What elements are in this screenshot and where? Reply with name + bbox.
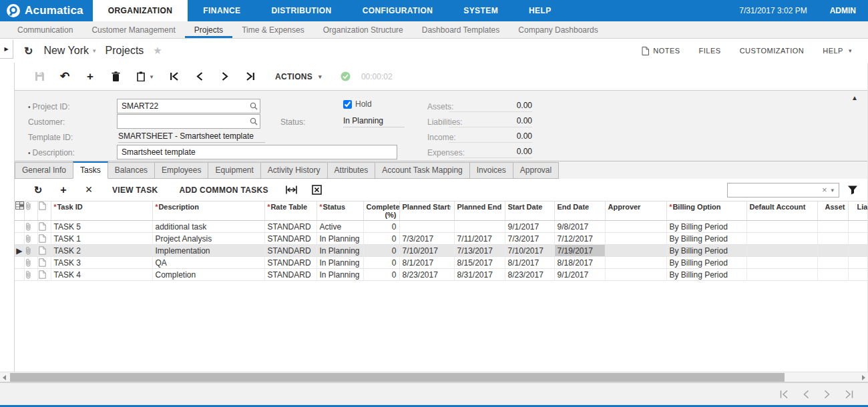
subnav-communication[interactable]: Communication — [8, 21, 82, 38]
cell-complete[interactable]: 0 — [363, 245, 399, 257]
cell-rate-table[interactable]: STANDARD — [264, 233, 316, 245]
filter-icon[interactable] — [847, 185, 858, 195]
project-id-lookup-icon[interactable] — [250, 102, 258, 110]
cell-task-id[interactable]: TASK 5 — [51, 221, 152, 233]
top-menu-finance[interactable]: FINANCE — [188, 0, 256, 21]
delete-record-button[interactable] — [103, 71, 128, 81]
cell-billing-option[interactable]: By Billing Period — [666, 221, 746, 233]
branch-selector[interactable]: New York — [43, 45, 89, 57]
cell-approver[interactable] — [605, 269, 666, 281]
cell-planned-start[interactable]: 8/1/2017 — [399, 257, 454, 269]
scroll-right-arrow[interactable] — [862, 375, 865, 380]
cell-default-account[interactable] — [746, 233, 817, 245]
tab-account-task-mapping[interactable]: Account Task Mapping — [375, 162, 470, 179]
cell-status[interactable]: In Planning — [316, 245, 363, 257]
subnav-dashboard-templates[interactable]: Dashboard Templates — [413, 21, 509, 38]
search-caret-icon[interactable]: ▾ — [831, 187, 839, 193]
cell-planned-end[interactable]: 8/15/2017 — [454, 257, 505, 269]
cell-lia[interactable] — [848, 233, 867, 245]
cell-approver[interactable] — [605, 233, 666, 245]
notes-button[interactable]: NOTES — [642, 47, 680, 55]
cell-approver[interactable] — [605, 221, 666, 233]
grid-add-row-button[interactable]: + — [51, 184, 76, 196]
customization-button[interactable]: CUSTOMIZATION — [740, 47, 805, 55]
page-last-button[interactable] — [845, 390, 853, 398]
search-clear-icon[interactable]: × — [818, 185, 831, 195]
tab-invoices[interactable]: Invoices — [469, 162, 513, 179]
cell-lia[interactable] — [848, 245, 867, 257]
column-header-end-date[interactable]: End Date — [554, 201, 605, 221]
row-note-icon[interactable] — [37, 257, 51, 269]
row-paperclip-icon[interactable] — [24, 269, 37, 281]
column-header-approver[interactable]: Approver — [605, 201, 666, 221]
tab-general-info[interactable]: General Info — [15, 162, 73, 179]
top-menu-distribution[interactable]: DISTRIBUTION — [256, 0, 347, 21]
cell-planned-start[interactable]: 7/3/2017 — [399, 233, 454, 245]
grid-search-input[interactable] — [728, 184, 818, 196]
row-note-icon[interactable] — [37, 233, 51, 245]
cell-task-id[interactable]: TASK 3 — [51, 257, 152, 269]
top-menu-configuration[interactable]: CONFIGURATION — [347, 0, 449, 21]
subnav-time-expenses[interactable]: Time & Expenses — [232, 21, 314, 38]
cell-planned-start[interactable]: 8/23/2017 — [399, 269, 454, 281]
cell-complete[interactable]: 0 — [363, 233, 399, 245]
cell-description[interactable]: additional task — [152, 221, 264, 233]
cell-asset[interactable] — [817, 269, 848, 281]
column-header-start-date[interactable]: Start Date — [505, 201, 554, 221]
cell-default-account[interactable] — [746, 245, 817, 257]
cell-description[interactable]: Project Analysis — [152, 233, 264, 245]
cell-description[interactable]: Completion — [152, 269, 264, 281]
acumatica-logo[interactable]: Acumatica — [0, 0, 93, 21]
tab-tasks[interactable]: Tasks — [73, 161, 108, 179]
help-button[interactable]: HELP ▾ — [823, 47, 852, 55]
customer-input[interactable] — [117, 114, 260, 129]
cell-approver[interactable] — [605, 245, 666, 257]
cell-planned-end[interactable]: 7/13/2017 — [454, 245, 505, 257]
task-row[interactable]: ▶TASK 2ImplementationSTANDARDIn Planning… — [15, 245, 867, 257]
top-menu-help[interactable]: HELP — [513, 0, 567, 21]
cell-start-date[interactable]: 7/3/2017 — [505, 233, 554, 245]
go-next-button[interactable] — [212, 72, 238, 81]
cell-planned-end[interactable] — [454, 221, 505, 233]
cell-default-account[interactable] — [746, 221, 817, 233]
cell-rate-table[interactable]: STANDARD — [264, 257, 316, 269]
description-input[interactable] — [117, 145, 397, 159]
cell-status[interactable]: In Planning — [316, 233, 363, 245]
cell-rate-table[interactable]: STANDARD — [264, 221, 316, 233]
fit-to-screen-icon[interactable] — [279, 185, 304, 194]
page-next-button[interactable] — [824, 390, 830, 398]
grid-settings-icon[interactable] — [15, 201, 24, 221]
cell-asset[interactable] — [817, 221, 848, 233]
row-note-icon[interactable] — [37, 269, 51, 281]
export-to-excel-icon[interactable] — [304, 185, 330, 195]
top-menu-system[interactable]: SYSTEM — [448, 0, 513, 21]
go-first-button[interactable] — [162, 72, 187, 81]
column-header-rate-table[interactable]: *Rate Table — [264, 201, 316, 221]
go-last-button[interactable] — [238, 72, 263, 81]
grid-delete-row-button[interactable]: × — [76, 183, 101, 197]
column-header-planned-end[interactable]: Planned End — [454, 201, 505, 221]
cell-complete[interactable]: 0 — [363, 269, 399, 281]
project-id-input[interactable] — [117, 99, 260, 113]
cell-lia[interactable] — [848, 257, 867, 269]
favorite-star-icon[interactable]: ★ — [153, 45, 162, 57]
go-previous-button[interactable] — [187, 72, 212, 81]
add-record-button[interactable]: + — [77, 70, 103, 83]
cell-planned-end[interactable]: 7/11/2017 — [454, 233, 505, 245]
scrollbar-thumb[interactable] — [10, 373, 785, 382]
cell-end-date[interactable]: 8/18/2017 — [554, 257, 605, 269]
cell-description[interactable]: QA — [152, 257, 264, 269]
cell-planned-start[interactable] — [399, 221, 454, 233]
cell-asset[interactable] — [817, 233, 848, 245]
cell-default-account[interactable] — [746, 257, 817, 269]
cell-end-date[interactable]: 9/1/2017 — [554, 269, 605, 281]
cell-lia[interactable] — [848, 269, 867, 281]
subnav-projects[interactable]: Projects — [185, 21, 232, 38]
subnav-customer-management[interactable]: Customer Management — [82, 21, 184, 38]
cell-task-id[interactable]: TASK 4 — [51, 269, 152, 281]
cell-description[interactable]: Implementation — [152, 245, 264, 257]
hold-checkbox[interactable] — [343, 100, 352, 109]
subnav-organization-structure[interactable]: Organization Structure — [314, 21, 413, 38]
cell-default-account[interactable] — [746, 269, 817, 281]
top-menu-organization[interactable]: ORGANIZATION — [93, 0, 188, 21]
